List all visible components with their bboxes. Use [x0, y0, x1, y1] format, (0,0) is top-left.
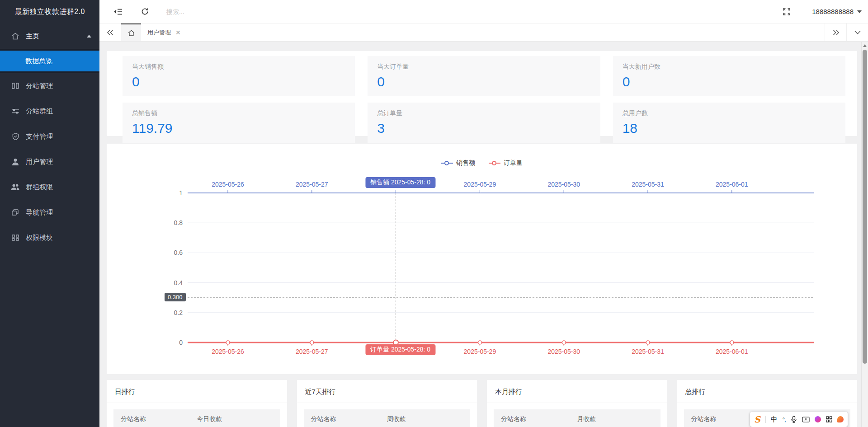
topbar: 18888888888: [99, 0, 868, 23]
sidebar-item-home[interactable]: 主页: [0, 23, 99, 49]
scrollbar-thumb[interactable]: [863, 50, 867, 364]
sidebar-submenu: 数据总览: [0, 49, 99, 73]
legend-item[interactable]: 销售额: [441, 159, 475, 167]
tab-label: 用户管理: [147, 28, 171, 37]
y-axis-tick-label: 0.4: [174, 279, 183, 286]
data-point-marker: [646, 341, 650, 344]
search-input[interactable]: [166, 8, 311, 15]
tab-user-manage[interactable]: 用户管理 ✕: [141, 23, 187, 41]
user-menu[interactable]: 18888888888: [812, 8, 862, 15]
sidebar-item-permission-module[interactable]: 权限模块: [0, 225, 99, 250]
sidebar-item-payment-manage[interactable]: 支付管理: [0, 124, 99, 149]
stat-label: 当天订单量: [377, 63, 590, 71]
top-x-axis-label: 2025-05-30: [547, 181, 580, 188]
scrollbar[interactable]: [861, 42, 868, 427]
y-crosshair-label: 0.300: [165, 293, 186, 301]
users-icon: [11, 183, 20, 191]
stat-value: 3: [377, 121, 590, 136]
ranking-table-header: 分站名称今日收款: [113, 409, 280, 427]
main-area: 18888888888 用户管理 ✕: [99, 0, 868, 427]
content: 当天销售额0当天订单量0当天新用户数0总销售额119.79总订单量3总用户数18…: [99, 42, 868, 427]
stat-label: 当天新用户数: [623, 63, 836, 71]
column-header: 分站名称: [311, 415, 387, 423]
sidebar-item-label: 群组权限: [26, 183, 53, 192]
stat-card: 当天销售额0: [123, 56, 355, 96]
ranking-title: 近7天排行: [297, 380, 477, 403]
stat-value: 119.79: [132, 121, 345, 136]
sidebar-item-group-permission[interactable]: 群组权限: [0, 174, 99, 200]
sidebar-item-label: 导航管理: [26, 208, 53, 217]
tabs-scroll-left-icon[interactable]: [99, 23, 121, 41]
top-x-axis-label: 2025-05-26: [212, 181, 244, 188]
ime-language-icon[interactable]: 中: [771, 415, 778, 424]
sidebar-item-site-manage[interactable]: 分站管理: [0, 73, 99, 99]
fullscreen-icon[interactable]: [782, 7, 791, 16]
tabbar-spacer: [187, 23, 825, 41]
sidebar-item-label: 用户管理: [26, 158, 53, 166]
app-root: 最新独立收款进群2.0 主页 数据总览 分站管理分站群组支付管理用户管理群组权限…: [0, 0, 868, 427]
sliders-icon: [11, 107, 20, 115]
column-header: 分站名称: [501, 415, 577, 423]
stat-label: 当天销售额: [132, 63, 345, 71]
ime-punctuation-icon[interactable]: °,: [783, 416, 786, 423]
column-header: 月收款: [577, 415, 653, 423]
sidebar-item-label: 支付管理: [26, 132, 53, 141]
data-point-marker: [562, 341, 566, 344]
toolbox-grid-icon[interactable]: [826, 416, 832, 422]
tabs-menu-icon[interactable]: [846, 23, 868, 41]
scrollbar-up-arrow[interactable]: [863, 44, 867, 47]
legend-label: 订单量: [504, 159, 523, 167]
chart-legend: 销售额订单量: [107, 159, 857, 167]
ranking-cards-row: 日排行分站名称今日收款近7天排行分站名称周收款本月排行分站名称月收款总排行分站名…: [107, 380, 857, 427]
sogou-logo-icon[interactable]: S: [754, 414, 760, 424]
bottom-x-axis-label: 2025-05-30: [547, 348, 580, 355]
column-header: 分站名称: [121, 415, 197, 423]
emoji-icon[interactable]: [837, 416, 844, 422]
sales-orders-chart[interactable]: 销售额订单量 00.20.40.60.812025-05-262025-05-2…: [107, 144, 857, 374]
close-icon[interactable]: ✕: [175, 29, 181, 36]
keyboard-icon[interactable]: [802, 417, 810, 422]
sidebar-item-label: 权限模块: [26, 234, 53, 242]
data-point-marker: [478, 341, 481, 344]
ranking-card: 本月排行分站名称月收款: [487, 380, 667, 427]
sidebar-menu: 分站管理分站群组支付管理用户管理群组权限导航管理权限模块: [0, 73, 99, 250]
columns-icon: [11, 82, 20, 90]
top-x-axis-label: 2025-05-31: [632, 181, 664, 188]
ranking-table-header: 分站名称月收款: [494, 409, 660, 427]
ime-toolbar: S 中 °,: [750, 412, 848, 427]
skin-icon[interactable]: [815, 416, 821, 422]
data-point-marker: [730, 341, 734, 344]
tab-home[interactable]: [121, 23, 141, 41]
legend-item[interactable]: 订单量: [489, 159, 523, 167]
microphone-icon[interactable]: [791, 416, 797, 423]
legend-marker-icon: [489, 161, 500, 165]
stat-label: 总用户数: [623, 109, 836, 117]
top-x-axis-label: 2025-05-29: [464, 181, 496, 188]
y-axis-tick-label: 0.8: [174, 219, 183, 226]
tabs-scroll-right-icon[interactable]: [825, 23, 846, 41]
y-axis-tick-label: 0: [179, 339, 183, 346]
collapse-sidebar-icon[interactable]: [114, 7, 123, 16]
refresh-icon[interactable]: [140, 7, 149, 16]
bottom-x-axis-label: 2025-05-31: [632, 348, 664, 355]
bottom-x-axis-label: 2025-05-27: [296, 348, 328, 355]
chart-canvas[interactable]: 00.20.40.60.812025-05-262025-05-272025-0…: [107, 144, 857, 374]
sidebar-item-site-group[interactable]: 分站群组: [0, 99, 99, 124]
ranking-title: 日排行: [107, 380, 287, 403]
ime-divider: [765, 416, 766, 423]
stat-label: 总订单量: [377, 109, 590, 117]
sales-axis-tooltip: 销售额 2025-05-28: 0: [365, 177, 435, 188]
sidebar-item-nav-manage[interactable]: 导航管理: [0, 200, 99, 225]
topbar-right: 18888888888: [782, 7, 868, 16]
stat-card: 当天新用户数0: [613, 56, 845, 96]
bottom-x-axis-label: 2025-05-29: [464, 348, 496, 355]
legend-label: 销售额: [456, 159, 475, 167]
sidebar-item-user-manage[interactable]: 用户管理: [0, 149, 99, 174]
tabbar: 用户管理 ✕: [99, 23, 868, 42]
sidebar-item-label: 分站群组: [26, 107, 53, 116]
sidebar-item-data-overview[interactable]: 数据总览: [0, 51, 99, 71]
ranking-title: 总排行: [677, 380, 858, 403]
stat-card: 总订单量3: [368, 103, 600, 143]
books-icon: [11, 208, 20, 216]
stats-panel: 当天销售额0当天订单量0当天新用户数0总销售额119.79总订单量3总用户数18: [107, 51, 857, 136]
